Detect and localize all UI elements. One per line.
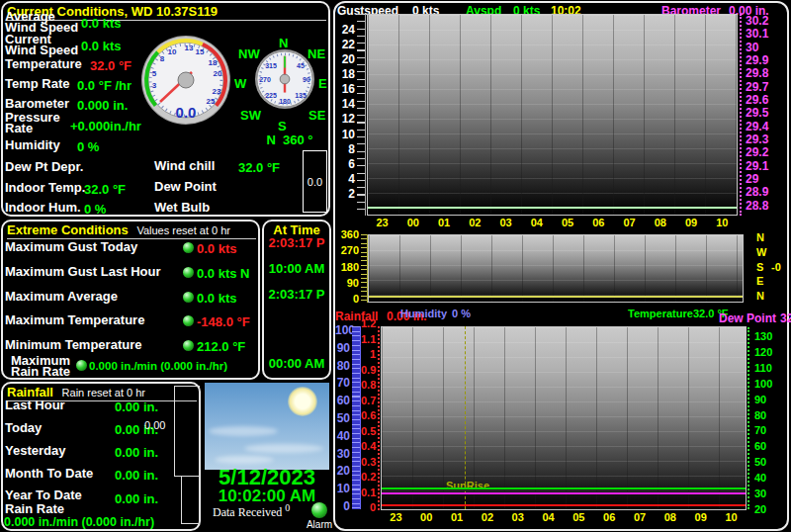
axis-tick: 60 — [335, 396, 350, 406]
max-temperature-led — [183, 315, 194, 326]
avg-wind-value: 0.0 kts — [81, 16, 121, 31]
axis-tick: 18 — [335, 69, 355, 80]
compass-dir-s: S — [278, 119, 287, 133]
axis-tick: 100 — [754, 379, 784, 390]
axis-tick: 28.8 — [746, 201, 785, 212]
axis-tick: 130 — [754, 331, 784, 342]
temperature-value: 32.0 °F — [90, 58, 132, 73]
axis-tick: 29 — [746, 174, 785, 185]
data-received-count: 0 — [285, 502, 290, 513]
indoor-temp-value: 32.0 °F — [84, 182, 126, 197]
at-time-value-3: 2:03:17 P — [264, 287, 329, 302]
gauge-scale-number: 15 — [196, 47, 205, 56]
indoor-hum-label: Indoor Hum. — [5, 202, 81, 213]
max-gust-today-value: 0.0 kts — [197, 241, 236, 256]
temperature-label: Temperature — [5, 58, 82, 69]
axis-tick: S — [756, 262, 770, 273]
compass-reading: N 360 ° — [250, 133, 329, 147]
axis-tick: 24 — [335, 25, 355, 36]
dewpoint-legend-value: 32.0°F — [780, 311, 791, 325]
sun-icon — [288, 387, 317, 416]
hour-tick: 02 — [482, 511, 493, 523]
compass-dir-sw: SW — [240, 108, 261, 123]
gauge-scale-number: 18 — [209, 58, 218, 67]
axis-tick: 29.3 — [746, 134, 785, 145]
gauge-scale-number: 5 — [152, 69, 156, 78]
cloud-shape — [244, 444, 323, 453]
axis-tick: 4 — [335, 174, 355, 185]
axis-tick: 6 — [335, 159, 355, 170]
temp-rate-label: Temp Rate — [5, 78, 70, 89]
axis-tick: 20 — [335, 54, 355, 65]
compass-dir-n: N — [279, 36, 288, 50]
rain-today-label: Today — [5, 422, 42, 433]
hour-tick: 06 — [603, 511, 615, 523]
compass-degree-number: 45 — [297, 62, 305, 69]
axis-tick: 0.1 — [361, 488, 376, 498]
cloud-shape — [215, 456, 274, 464]
extreme-conditions-title: Extreme Conditions Values reset at 0 hr — [7, 222, 256, 239]
winddir-y-axis: 360270180900 — [335, 229, 359, 305]
axis-tick: 0.8 — [361, 380, 376, 391]
compass-degree-number: 225 — [265, 92, 277, 99]
axis-tick: 0.3 — [361, 457, 376, 468]
wind-chart-plot[interactable] — [367, 14, 738, 216]
axis-tick: 28.9 — [746, 187, 785, 198]
barometer-y-axis: 30.230.13029.929.829.729.629.529.429.329… — [746, 16, 785, 212]
sky-image[interactable] — [205, 383, 329, 470]
at-time-panel: At Time 2:03:17 P 10:00 AM 2:03:17 P 00:… — [262, 220, 331, 380]
gauge-scale-number: 10 — [168, 47, 177, 56]
gauge-scale-number: 3 — [152, 81, 156, 90]
compass-dir-w: W — [234, 76, 246, 91]
data-received-label: Data Received — [213, 505, 282, 519]
barometer-label: Barometer — [5, 98, 69, 109]
rain-temp-chart-plot[interactable] — [381, 326, 747, 510]
humidity-y-axis: 1009080706050403020100 — [335, 325, 350, 512]
rain-gauge-tube — [174, 386, 200, 477]
axis-tick: 29.4 — [746, 122, 785, 133]
at-time-value-4: 00:00 AM — [264, 356, 329, 371]
axis-tick: 0.6 — [361, 410, 376, 421]
humidity-legend-value: 0 % — [452, 308, 471, 319]
axis-tick: 40 — [335, 431, 350, 442]
rain-gauge-value: 0.00 — [144, 419, 165, 431]
at-time-value-2: 10:00 AM — [264, 261, 329, 276]
temperature-axis-ruler — [747, 327, 749, 509]
charts-panel: Gustspeed 0 kts Avspd 0 kts 10:02 Barome… — [333, 1, 789, 531]
hour-tick: 08 — [664, 511, 676, 523]
hour-tick: 07 — [624, 217, 636, 228]
cur-wind-value: 0.0 kts — [81, 39, 121, 53]
axis-tick: 0.9 — [361, 365, 376, 376]
axis-tick: 0 — [335, 501, 350, 512]
winddir-chart-plot[interactable] — [368, 234, 744, 303]
temp-rate-value: 0.0 °F /hr — [77, 78, 132, 93]
at-time-value-1: 2:03:17 P — [264, 235, 329, 250]
hour-tick: 09 — [695, 511, 707, 523]
max-gust-hour-label: Maximum Gust Last Hour — [5, 266, 160, 277]
barometer-axis-ruler — [740, 14, 742, 216]
wind-direction-compass[interactable]: 4590135180225270315 — [254, 48, 315, 110]
gauge-scale-number: 13 — [185, 44, 194, 52]
axis-tick: 8 — [335, 144, 355, 155]
axis-tick: 0.5 — [361, 426, 376, 437]
cur-wind-label: Current Wind Speed — [5, 34, 84, 55]
dewpoint-legend-label: Dew Point — [719, 311, 776, 325]
humidity-legend-label: Humidity — [400, 308, 447, 319]
winddir-axis-ruler — [361, 234, 368, 303]
axis-tick: 20 — [335, 466, 350, 477]
extreme-subtitle-text: Values reset at 0 hr — [136, 224, 230, 236]
compass-degree-number: 270 — [259, 76, 271, 83]
axis-tick: 80 — [335, 361, 350, 372]
cloud-shape — [209, 426, 278, 436]
axis-tick: 30.2 — [746, 16, 785, 27]
wet-bulb-label: Wet Bulb — [154, 202, 210, 213]
hour-tick: 23 — [377, 217, 389, 228]
alarm-led[interactable] — [311, 502, 327, 518]
max-gust-hour-value: 0.0 kts N — [197, 266, 249, 281]
gauge-scale-number: 23 — [213, 87, 221, 96]
axis-tick: 29.1 — [746, 161, 785, 172]
axis-tick: 29.8 — [746, 68, 785, 79]
humidity-label: Humidity — [5, 139, 60, 150]
max-gust-hour-led — [183, 267, 194, 278]
wind-speed-gauge[interactable]: 0.0 35810131518202325 — [140, 35, 231, 126]
